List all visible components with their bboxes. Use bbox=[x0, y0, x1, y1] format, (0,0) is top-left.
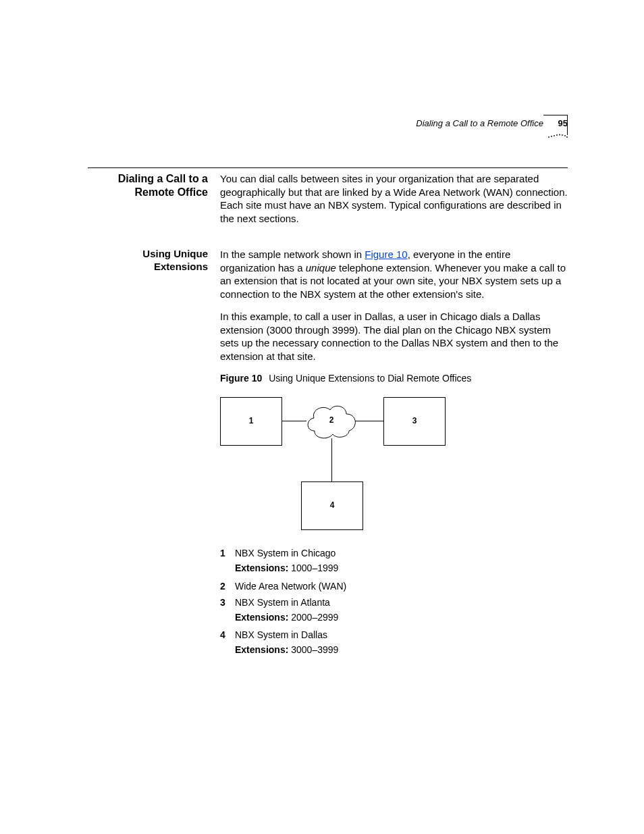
svg-point-0 bbox=[548, 136, 549, 138]
legend-text: NBX System in Dallas bbox=[235, 629, 568, 641]
legend-subtext: Extensions: 1000–1999 bbox=[235, 562, 568, 574]
legend-item: 1 NBX System in Chicago bbox=[220, 547, 568, 559]
connector-line bbox=[331, 438, 332, 481]
figure-label: Figure 10 bbox=[220, 373, 262, 384]
section-rule bbox=[88, 167, 568, 168]
diagram-node-1: 1 bbox=[220, 397, 282, 446]
section-row: Dialing a Call to a Remote Office You ca… bbox=[88, 172, 568, 234]
diagram-cloud-node: 2 bbox=[304, 400, 358, 441]
header-dots-icon bbox=[547, 132, 568, 140]
legend-ext-value: 3000–3999 bbox=[291, 644, 338, 655]
svg-point-5 bbox=[562, 134, 563, 136]
legend-item: 3 NBX System in Atlanta bbox=[220, 596, 568, 608]
legend-num: 3 bbox=[220, 596, 235, 608]
legend-num: 4 bbox=[220, 629, 235, 641]
svg-point-4 bbox=[559, 134, 560, 136]
section-heading: Dialing a Call to a Remote Office bbox=[88, 172, 220, 234]
figure-legend: 1 NBX System in Chicago Extensions: 1000… bbox=[220, 547, 568, 656]
connector-line bbox=[355, 421, 383, 421]
text-fragment: In the sample network shown in bbox=[220, 249, 365, 260]
legend-subtext: Extensions: 2000–2999 bbox=[235, 611, 568, 623]
legend-text: Wide Area Network (WAN) bbox=[235, 580, 568, 592]
legend-ext-label: Extensions: bbox=[235, 644, 288, 655]
subsection-p2: In this example, to call a user in Dalla… bbox=[220, 310, 568, 363]
diagram-node-4: 4 bbox=[301, 481, 363, 530]
running-title: Dialing a Call to a Remote Office bbox=[416, 118, 543, 128]
legend-subtext: Extensions: 3000–3999 bbox=[235, 644, 568, 656]
network-diagram: 1 2 3 4 bbox=[220, 394, 450, 539]
figure-caption-text: Using Unique Extensions to Dial Remote O… bbox=[269, 373, 471, 384]
running-header: Dialing a Call to a Remote Office 95 bbox=[416, 118, 568, 128]
legend-num: 2 bbox=[220, 580, 235, 592]
content-area: Dialing a Call to a Remote Office You ca… bbox=[88, 167, 568, 662]
svg-point-7 bbox=[566, 136, 568, 138]
svg-point-3 bbox=[556, 134, 558, 136]
figure-ref-link[interactable]: Figure 10 bbox=[365, 249, 407, 260]
legend-ext-label: Extensions: bbox=[235, 563, 288, 573]
subsection-body: In the sample network shown in Figure 10… bbox=[220, 248, 568, 662]
svg-point-1 bbox=[551, 136, 552, 137]
legend-text: NBX System in Atlanta bbox=[235, 596, 568, 608]
header-rule bbox=[543, 115, 568, 115]
page: Dialing a Call to a Remote Office 95 Dia… bbox=[0, 0, 644, 834]
svg-point-2 bbox=[554, 135, 555, 136]
legend-ext-value: 2000–2999 bbox=[291, 612, 338, 623]
emphasized-text: unique bbox=[306, 262, 336, 273]
connector-line bbox=[281, 421, 306, 421]
legend-num: 1 bbox=[220, 547, 235, 559]
diagram-node-2-label: 2 bbox=[304, 400, 358, 441]
subsection-heading: Using Unique Extensions bbox=[88, 248, 220, 662]
legend-item: 4 NBX System in Dallas bbox=[220, 629, 568, 641]
diagram-node-3: 3 bbox=[383, 397, 446, 446]
legend-ext-value: 1000–1999 bbox=[291, 563, 338, 573]
page-number: 95 bbox=[558, 118, 568, 128]
intro-paragraph: You can dial calls between sites in your… bbox=[220, 172, 568, 225]
svg-point-6 bbox=[564, 135, 566, 136]
legend-text: NBX System in Chicago bbox=[235, 547, 568, 559]
legend-ext-label: Extensions: bbox=[235, 612, 288, 623]
legend-item: 2 Wide Area Network (WAN) bbox=[220, 580, 568, 592]
section-body: You can dial calls between sites in your… bbox=[220, 172, 568, 234]
figure-caption: Figure 10Using Unique Extensions to Dial… bbox=[220, 372, 568, 384]
subsection-row: Using Unique Extensions In the sample ne… bbox=[88, 248, 568, 662]
subsection-p1: In the sample network shown in Figure 10… bbox=[220, 248, 568, 301]
